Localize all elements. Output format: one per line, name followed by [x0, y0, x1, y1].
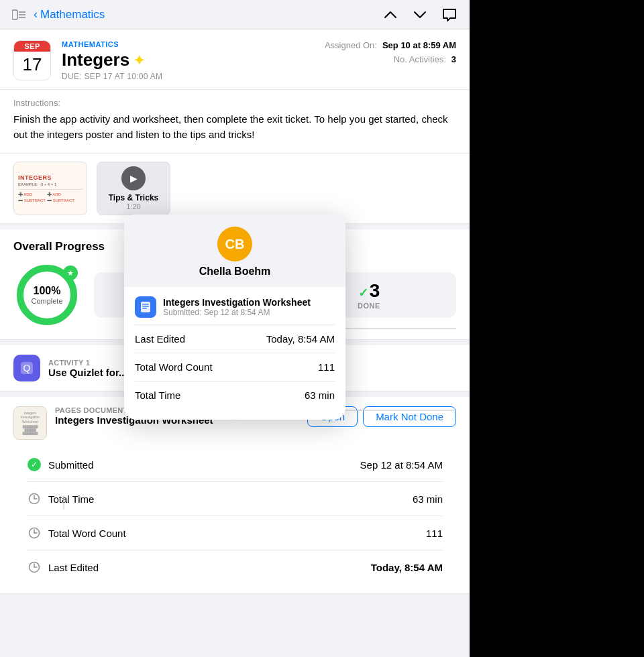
poster-title: INTEGERS [18, 174, 52, 181]
assignment-info: MATHEMATICS Integers ✦ DUE: SEP 17 AT 10… [62, 40, 314, 81]
assignment-meta: Assigned On: Sep 10 at 8:59 AM No. Activ… [325, 40, 456, 64]
popover-stat-last-edited: Last Edited Today, 8:54 AM [135, 325, 335, 353]
poster-op-add2: ➕ ADD [47, 192, 74, 196]
svg-rect-0 [12, 10, 17, 19]
student-popover[interactable]: CB Chella Boehm Integers Investigation W… [124, 215, 345, 420]
top-bar: ‹ Mathematics [0, 0, 470, 29]
attachments-row: INTEGERS EXAMPLE: -3 + 4 = 1 ➕ ADD ➕ ADD… [0, 154, 470, 224]
top-bar-right [381, 5, 459, 24]
poster-attachment[interactable]: INTEGERS EXAMPLE: -3 + 4 = 1 ➕ ADD ➕ ADD… [13, 162, 87, 215]
last-edited-icon [27, 560, 42, 575]
right-panel [470, 0, 644, 657]
donut-label: Complete [31, 297, 62, 305]
stat-check-icon: ✓ [358, 286, 368, 300]
comment-icon[interactable] [440, 5, 459, 24]
word-count-value: 111 [426, 528, 443, 539]
assigned-on-label: Assigned On: [325, 40, 377, 50]
video-duration: 1:20 [126, 202, 140, 211]
sidebar-toggle-button[interactable] [11, 7, 27, 23]
student-avatar: CB [217, 227, 252, 261]
poster-op-add: ➕ ADD [18, 192, 46, 196]
popover-doc-info: Integers Investigation Worksheet Submitt… [163, 297, 311, 317]
popover-header: CB Chella Boehm [124, 215, 345, 287]
donut-percent: 100% [31, 285, 62, 297]
calendar-month: SEP [14, 41, 50, 52]
assigned-on-row: Assigned On: Sep 10 at 8:59 AM [325, 40, 456, 50]
assignment-title: Integers ✦ [62, 50, 314, 70]
doc-thumb-content: IntegersInvestigationWorksheet █████████… [19, 410, 41, 437]
back-label: Mathematics [40, 8, 105, 21]
popover-last-edited-value: Today, 8:54 AM [266, 333, 335, 345]
popover-total-time-label: Total Time [135, 390, 305, 401]
svg-rect-21 [142, 304, 149, 305]
popover-word-count-label: Total Word Count [135, 361, 318, 373]
word-count-label: Total Word Count [48, 528, 426, 539]
status-row-word-count: Total Word Count 111 [27, 516, 443, 550]
top-bar-left: ‹ Mathematics [11, 7, 105, 23]
total-time-icon [27, 491, 42, 506]
popover-doc-icon [135, 296, 156, 318]
status-row-last-edited: Last Edited Today, 8:54 AM [27, 550, 443, 584]
popover-body: Integers Investigation Worksheet Submitt… [124, 287, 345, 420]
subject-label: MATHEMATICS [62, 40, 314, 48]
popover-doc-row: Integers Investigation Worksheet Submitt… [135, 287, 335, 325]
svg-text:Q: Q [23, 363, 31, 373]
video-label: Tips & Tricks [109, 193, 158, 202]
popover-doc-submitted: Submitted: Sep 12 at 8:54 AM [163, 308, 311, 317]
due-label: DUE: SEP 17 AT 10:00 AM [62, 72, 314, 81]
donut-center: 100% Complete [31, 285, 62, 305]
poster-op-sub2: ➖ SUBTRACT [47, 198, 74, 202]
video-attachment[interactable]: ▶ Tips & Tricks 1:20 [97, 162, 170, 215]
total-time-label: Total Time [48, 493, 413, 505]
no-activities-label: No. Activities: [394, 54, 446, 64]
word-count-icon [27, 526, 42, 540]
instructions-text: Finish the app activity and worksheet, t… [13, 112, 456, 142]
status-section: ✓ Submitted Sep 12 at 8:54 AM Total Time… [13, 448, 456, 584]
activity-icon: Q [13, 355, 40, 381]
chevron-down-icon[interactable] [411, 5, 429, 24]
back-button[interactable]: ‹ Mathematics [34, 7, 105, 21]
chevron-up-icon[interactable] [381, 5, 400, 24]
assignment-header: SEP 17 MATHEMATICS Integers ✦ DUE: SEP 1… [0, 29, 470, 90]
title-text: Integers [62, 50, 129, 70]
instructions-section: Instructions: Finish the app activity an… [0, 90, 470, 154]
student-name: Chella Boehm [199, 265, 271, 278]
mark-not-done-button[interactable]: Mark Not Done [363, 406, 456, 427]
popover-last-edited-label: Last Edited [135, 333, 266, 345]
doc-thumbnail: IntegersInvestigationWorksheet █████████… [13, 406, 47, 440]
last-edited-label: Last Edited [48, 562, 371, 573]
poster-op-sub: ➖ SUBTRACT [18, 198, 46, 202]
star-badge: ★ [63, 265, 78, 280]
calendar-icon: SEP 17 [13, 40, 51, 80]
instructions-heading: Instructions: [13, 98, 456, 108]
popover-total-time-value: 63 min [305, 390, 335, 401]
no-activities-row: No. Activities: 3 [325, 54, 456, 64]
calendar-day: 17 [14, 52, 50, 77]
doc-section: IntegersInvestigationWorksheet █████████… [0, 397, 470, 594]
chevron-left-icon: ‹ [34, 7, 38, 21]
svg-rect-23 [142, 308, 147, 309]
popover-word-count-value: 111 [318, 361, 335, 373]
submitted-check: ✓ [28, 458, 41, 471]
svg-rect-22 [142, 306, 149, 307]
total-time-value: 63 min [413, 493, 443, 505]
popover-doc-name: Integers Investigation Worksheet [163, 297, 311, 308]
submitted-icon: ✓ [27, 457, 42, 472]
submitted-value: Sep 12 at 8:54 AM [360, 459, 443, 471]
status-row-total-time: Total Time 63 min [27, 482, 443, 516]
donut-chart: 100% Complete ★ [13, 261, 80, 328]
status-row-submitted: ✓ Submitted Sep 12 at 8:54 AM [27, 448, 443, 482]
no-activities-value: 3 [451, 54, 456, 64]
poster-subtitle: EXAMPLE: -3 + 4 = 1 [18, 182, 56, 186]
sparkle-icon: ✦ [133, 52, 145, 68]
popover-stat-total-time: Total Time 63 min [135, 381, 335, 409]
popover-stat-word-count: Total Word Count 111 [135, 353, 335, 381]
last-edited-value: Today, 8:54 AM [371, 562, 443, 573]
play-button[interactable]: ▶ [121, 166, 146, 190]
assigned-on-value: Sep 10 at 8:59 AM [382, 40, 456, 50]
submitted-label: Submitted [48, 459, 360, 471]
